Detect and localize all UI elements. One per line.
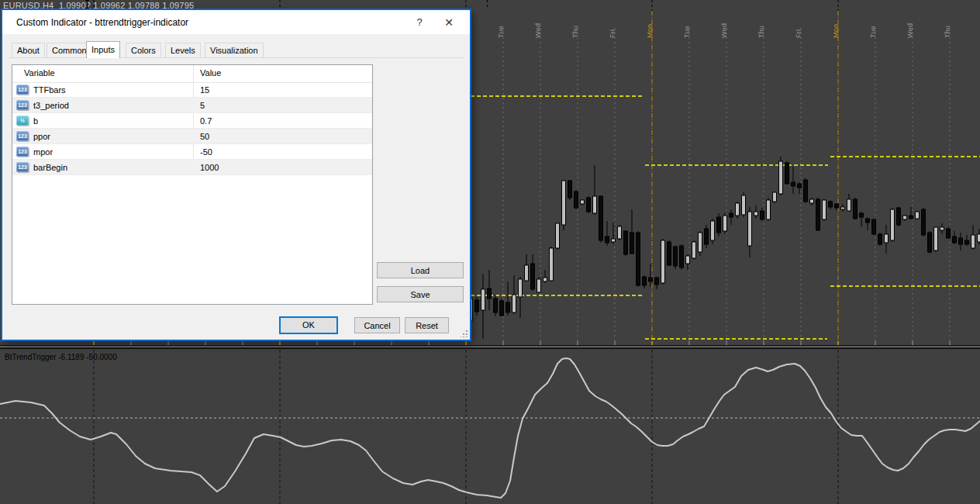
dialog-titlebar[interactable]: Custom Indicator - bttrendtrigger-indica… (2, 10, 470, 34)
param-row-t3_period[interactable]: 123t3_period5 (12, 98, 372, 113)
window-splitter[interactable] (0, 345, 980, 346)
tab-common[interactable]: Common (47, 43, 92, 58)
day-label-fri: Fri (794, 12, 803, 38)
candle-bullish (537, 279, 541, 292)
candle-bullish (519, 279, 523, 297)
param-row-TTFbars[interactable]: 123TTFbars15 (12, 82, 372, 98)
candle-bearish (705, 229, 709, 244)
candle-bearish (717, 217, 721, 233)
day-label-thu: Thu (571, 12, 580, 38)
mouse-cursor-icon (86, 0, 88, 9)
candle-bearish (792, 182, 795, 186)
candle-bearish (630, 233, 634, 254)
candle-bearish (531, 264, 535, 289)
help-button[interactable]: ? (409, 15, 430, 30)
candle-bullish (934, 227, 938, 250)
resize-grip[interactable] (461, 330, 468, 337)
candle-bullish (742, 195, 746, 215)
dialog-tab-strip: AboutCommonInputsColorsLevelsVisualizati… (9, 41, 464, 58)
candle-bullish (512, 295, 516, 312)
param-row-ppor[interactable]: 123ppor50 (12, 129, 372, 144)
candle-bearish (680, 246, 684, 268)
inputs-parameter-table[interactable]: Variable Value 123TTFbars15123t3_period5… (12, 64, 373, 305)
day-label-wed: Wed (906, 12, 915, 38)
candle-bullish (723, 216, 727, 231)
day-label-mon: Mon (831, 12, 840, 38)
candle-bearish (829, 202, 833, 207)
tab-about[interactable]: About (12, 43, 45, 58)
param-row-b[interactable]: ½b0.7 (12, 113, 372, 129)
day-label-thu: Thu (943, 12, 952, 38)
tab-levels[interactable]: Levels (165, 43, 201, 58)
candle-bearish (872, 219, 876, 234)
candle-bullish (773, 192, 777, 202)
param-value[interactable]: 50 (200, 132, 209, 141)
load-button[interactable]: Load (377, 262, 464, 278)
indicator-background (0, 347, 980, 504)
candle-bearish (624, 231, 628, 254)
candle-bullish (686, 256, 690, 264)
candle-bearish (674, 247, 678, 266)
candle-bearish (947, 229, 951, 238)
candle-bearish (494, 299, 498, 312)
candle-bearish (475, 300, 479, 312)
tab-visualization[interactable]: Visualization (205, 43, 264, 58)
candle-bullish (612, 239, 616, 242)
day-label-mon: Mon (645, 12, 654, 38)
candle-bearish (730, 213, 733, 217)
candle-bullish (711, 221, 715, 240)
candle-bullish (525, 265, 529, 281)
indicator-subwindow-canvas[interactable] (0, 347, 980, 504)
day-label-wed: Wed (533, 12, 543, 38)
candle-bullish (940, 227, 944, 230)
ok-button[interactable]: OK (279, 316, 338, 334)
candle-bullish (593, 196, 597, 213)
candle-bullish (699, 233, 702, 252)
candle-bullish (810, 199, 814, 203)
param-value[interactable]: -50 (200, 147, 212, 157)
candle-bullish (754, 212, 758, 216)
integer-type-icon: 123 (16, 147, 29, 157)
candle-bullish (891, 209, 895, 240)
candle-bullish (543, 278, 547, 281)
param-row-mpor[interactable]: 123mpor-50 (12, 144, 372, 160)
param-name: barBegin (33, 163, 67, 172)
candle-bullish (661, 240, 665, 283)
integer-type-icon: 123 (16, 162, 29, 172)
candle-bullish (581, 200, 585, 204)
candle-bullish (847, 199, 851, 211)
candle-bullish (562, 181, 566, 225)
candle-bullish (823, 200, 826, 219)
column-header-value: Value (200, 68, 221, 78)
save-button[interactable]: Save (377, 286, 464, 302)
candle-bearish (568, 181, 572, 198)
cancel-button[interactable]: Cancel (354, 317, 400, 333)
tab-colors[interactable]: Colors (126, 43, 161, 58)
param-value[interactable]: 0.7 (200, 116, 212, 126)
custom-indicator-dialog: Custom Indicator - bttrendtrigger-indica… (2, 9, 471, 340)
candle-bearish (897, 208, 901, 225)
candle-bearish (804, 180, 808, 202)
tab-inputs[interactable]: Inputs (86, 41, 120, 58)
param-row-barBegin[interactable]: 123barBegin1000 (12, 160, 372, 175)
param-name: ppor (33, 132, 50, 141)
candle-bullish (692, 242, 696, 258)
chart-shift-marker (487, 0, 488, 9)
day-label-tue: Tue (682, 12, 692, 38)
table-header-row: Variable Value (12, 65, 372, 83)
candle-bearish (599, 196, 603, 240)
double-type-icon: ½ (16, 116, 29, 126)
day-label-tue: Tue (868, 12, 878, 38)
param-value[interactable]: 15 (200, 85, 209, 95)
candle-bullish (885, 234, 889, 243)
candle-bullish (767, 200, 771, 219)
candle-bearish (643, 277, 647, 285)
reset-button[interactable]: Reset (405, 317, 449, 333)
param-name: mpor (33, 147, 53, 157)
close-icon[interactable]: ✕ (439, 15, 459, 30)
param-value[interactable]: 1000 (200, 163, 219, 172)
candle-bearish (854, 199, 858, 219)
candle-bullish (841, 207, 845, 209)
param-value[interactable]: 5 (200, 101, 205, 110)
day-label-thu: Thu (757, 12, 766, 38)
